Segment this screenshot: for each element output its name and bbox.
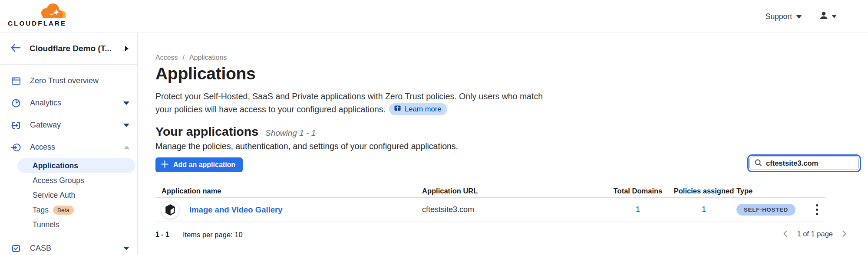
casb-check-icon	[11, 243, 21, 254]
expand-account-icon[interactable]	[125, 46, 129, 51]
sidebar-item-gateway[interactable]: Gateway	[0, 114, 137, 136]
breadcrumb-separator: /	[183, 54, 185, 62]
beta-badge: Beta	[53, 206, 74, 215]
sidebar-item-casb[interactable]: CASB	[0, 237, 137, 255]
sidebar-item-label: Access	[30, 143, 124, 152]
column-header-policies-assigned: Policies assigned	[671, 187, 736, 195]
column-header-application-name: Application name	[155, 187, 422, 195]
application-cube-icon	[162, 201, 179, 219]
search-box	[747, 154, 861, 172]
sidebar-item-label: Access Groups	[33, 176, 84, 185]
application-link[interactable]: Image and Video Gallery	[189, 205, 283, 215]
section-subtitle: Manage the policies, authentication, and…	[155, 141, 458, 151]
sidebar-item-label: Applications	[33, 161, 78, 170]
chevron-down-icon	[123, 101, 129, 105]
add-application-button[interactable]: Add an application	[155, 157, 243, 172]
sidebar: Cloudflare Demo (T... Zero Trust overvie…	[0, 33, 138, 255]
overview-window-icon	[11, 76, 21, 86]
add-application-label: Add an application	[173, 161, 235, 169]
row-actions-kebab-icon[interactable]	[812, 203, 822, 217]
book-icon	[394, 105, 401, 113]
section-header: Your applications Showing 1 - 1	[155, 124, 316, 139]
sidebar-item-label: Zero Trust overview	[30, 76, 129, 85]
learn-more-button[interactable]: Learn more	[389, 103, 447, 115]
column-header-type: Type	[736, 187, 808, 195]
user-menu[interactable]	[819, 0, 837, 33]
page-title: Applications	[155, 64, 255, 83]
applications-table: Application name Application URL Total D…	[155, 185, 825, 222]
page-description-text: Protect your Self-Hosted, SaaS and Priva…	[155, 92, 543, 114]
account-name: Cloudflare Demo (T...	[30, 44, 125, 53]
sidebar-item-access-groups[interactable]: Access Groups	[17, 173, 135, 188]
chevron-down-icon	[832, 15, 837, 18]
back-arrow-icon[interactable]	[10, 43, 21, 54]
items-per-page-selector[interactable]: Items per page: 10	[183, 231, 243, 239]
cloudflare-cloud-icon	[37, 3, 66, 20]
table-header-row: Application name Application URL Total D…	[155, 185, 825, 198]
column-header-total-domains: Total Domains	[604, 187, 671, 195]
sidebar-item-applications[interactable]: Applications	[17, 158, 135, 173]
table-footer-left: 1 - 1 Items per page: 10	[155, 229, 243, 240]
sidebar-item-tags[interactable]: Tags Beta	[17, 203, 135, 217]
cloudflare-wordmark: CLOUDFLARE	[8, 20, 66, 27]
type-badge: SELF-HOSTED	[736, 204, 795, 216]
policies-assigned-cell: 1	[671, 205, 736, 214]
table-row: Image and Video Gallery cftestsite3.com …	[155, 198, 825, 222]
cloudflare-logo[interactable]: CLOUDFLARE	[8, 3, 66, 29]
type-cell: SELF-HOSTED	[736, 204, 808, 216]
support-menu[interactable]: Support	[766, 0, 802, 33]
column-header-application-url: Application URL	[422, 187, 604, 195]
top-bar: CLOUDFLARE Support	[0, 0, 868, 33]
next-page-button[interactable]	[840, 229, 849, 239]
chevron-down-icon	[123, 124, 129, 127]
sidebar-item-label: Gateway	[30, 121, 123, 130]
items-range: 1 - 1	[155, 231, 169, 239]
page-description: Protect your Self-Hosted, SaaS and Priva…	[155, 90, 548, 116]
sidebar-item-access[interactable]: Access	[0, 136, 137, 158]
pagination: 1 of 1 page	[781, 229, 849, 239]
breadcrumb-applications[interactable]: Applications	[189, 54, 227, 62]
user-avatar-icon	[819, 11, 828, 22]
search-input[interactable]	[766, 159, 862, 167]
learn-more-label: Learn more	[405, 105, 441, 113]
application-url-cell: cftestsite3.com	[422, 205, 604, 214]
search-icon	[754, 159, 762, 168]
sidebar-item-label: Service Auth	[33, 191, 75, 200]
sidebar-item-label: Analytics	[30, 98, 123, 108]
application-name-cell: Image and Video Gallery	[155, 201, 422, 219]
sidebar-item-analytics[interactable]: Analytics	[0, 92, 137, 114]
search-box-inner	[749, 157, 859, 170]
access-subnav: Applications Access Groups Service Auth …	[0, 158, 137, 232]
previous-page-button[interactable]	[781, 229, 790, 239]
sidebar-item-label: Tunnels	[33, 220, 59, 229]
chevron-down-icon	[796, 15, 802, 19]
main-content: Access / Applications Applications Prote…	[138, 33, 868, 255]
breadcrumb: Access / Applications	[155, 54, 227, 62]
chevron-down-icon	[123, 247, 129, 250]
sidebar-item-label: CASB	[30, 244, 123, 253]
sidebar-item-service-auth[interactable]: Service Auth	[17, 188, 135, 203]
sidebar-item-tunnels[interactable]: Tunnels	[17, 217, 135, 232]
breadcrumb-access[interactable]: Access	[155, 54, 178, 62]
footer-divider	[176, 229, 176, 240]
plus-icon	[161, 160, 168, 170]
sidebar-item-label: Tags	[33, 206, 49, 215]
sidebar-nav: Zero Trust overview Analytics	[0, 65, 137, 255]
account-switcher: Cloudflare Demo (T...	[0, 33, 137, 65]
page-status: 1 of 1 page	[797, 230, 833, 238]
support-label: Support	[766, 12, 792, 21]
sidebar-item-zero-trust-overview[interactable]: Zero Trust overview	[0, 70, 137, 92]
section-title: Your applications	[155, 124, 258, 139]
access-login-icon	[11, 142, 21, 153]
showing-count: Showing 1 - 1	[265, 128, 316, 138]
total-domains-cell: 1	[604, 205, 671, 214]
chevron-up-icon	[124, 146, 129, 149]
gateway-icon	[11, 120, 21, 131]
analytics-pie-icon	[11, 98, 21, 108]
